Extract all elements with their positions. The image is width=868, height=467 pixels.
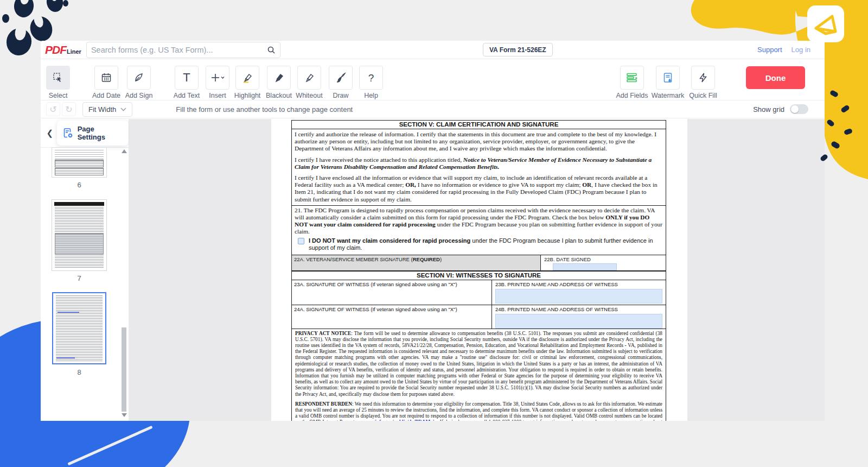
fdc-opt-out-checkbox[interactable] <box>298 238 304 244</box>
sidebar-header: ❮ Page Settings <box>41 119 129 148</box>
witness2-name-field[interactable] <box>495 314 662 329</box>
undo-button[interactable]: ↺ <box>46 102 60 116</box>
page-number-label: 8 <box>52 368 106 376</box>
pdfliner-logo[interactable]: PDFLiner <box>45 43 81 56</box>
lightning-icon <box>698 72 709 83</box>
pdf-page-8: SECTION V: CLAIM CERTIFICATION AND SIGNA… <box>271 119 687 421</box>
sidebar-scrollbar[interactable] <box>121 149 127 418</box>
toolbar: Select Add Date Add Sign T Add <box>41 59 825 100</box>
quick-fill-button[interactable]: Quick Fill <box>690 66 716 99</box>
watermark-button[interactable]: Watermark <box>655 66 681 99</box>
signature-pen-icon <box>133 72 144 83</box>
support-link[interactable]: Support <box>757 46 782 54</box>
certification-paragraph-2: I certify I have received the notice att… <box>292 155 666 173</box>
document-canvas: SECTION V: CLAIM CERTIFICATION AND SIGNA… <box>129 119 825 421</box>
add-sign-button[interactable]: Add Sign <box>126 66 152 99</box>
pdfliner-app-icon <box>807 5 844 42</box>
add-text-button[interactable]: T Add Text <box>174 66 200 99</box>
logo-liner-text: Liner <box>67 48 81 55</box>
certification-paragraph-3: I certify I have enclosed all the inform… <box>292 173 666 205</box>
paintbrush-icon <box>335 72 346 83</box>
decor-navy-blob <box>46 0 65 13</box>
search-icon[interactable] <box>267 46 276 54</box>
row-23: 23A. SIGNATURE OF WITNESS (If veteran si… <box>292 280 666 305</box>
blackout-brush-icon <box>273 72 284 83</box>
zoom-mode-dropdown[interactable]: Fit Width <box>82 102 132 117</box>
insert-plus-icon <box>210 72 225 83</box>
pdfliner-app-window: PDFLiner VA Form 21-526EZ Support Log in <box>41 41 825 421</box>
page-settings-button[interactable]: Page Settings <box>57 121 129 146</box>
date-signed-label: 22B. DATE SIGNED <box>544 256 662 262</box>
witness1-name-label: 23B. PRINTED NAME AND ADDRESS OF WITNESS <box>495 281 662 287</box>
show-grid-label: Show grid <box>753 105 784 113</box>
redo-icon: ↻ <box>65 104 72 115</box>
calendar-icon <box>101 72 112 83</box>
redo-button[interactable]: ↻ <box>62 102 76 116</box>
collapse-sidebar-button[interactable]: ❮ <box>44 125 56 141</box>
app-header: PDFLiner VA Form 21-526EZ Support Log in <box>41 41 825 59</box>
fdc-opt-out-label: I DO NOT want my claim considered for ra… <box>309 237 663 252</box>
question-icon: ? <box>368 73 374 83</box>
decor-navy-dot <box>63 0 68 7</box>
add-date-button[interactable]: Add Date <box>93 66 119 99</box>
pramain-link[interactable]: www.reginfo.gov/public/do/PRAMain <box>356 419 437 421</box>
page-hint-text: Fill the form or use another tools to ch… <box>176 105 353 113</box>
pages-sidebar: ❮ Page Settings <box>41 119 129 421</box>
add-fields-button[interactable]: Add Fields <box>619 66 645 99</box>
add-fields-icon <box>626 72 638 83</box>
witness2-name-cell: 24B. PRINTED NAME AND ADDRESS OF WITNESS <box>492 305 666 329</box>
page-thumbnail-7[interactable] <box>52 200 106 270</box>
section5-header: SECTION V: CLAIM CERTIFICATION AND SIGNA… <box>292 121 666 129</box>
blackout-button[interactable]: Blackout <box>266 66 292 99</box>
decor-navy-blob <box>13 0 35 18</box>
help-button[interactable]: ? Help <box>358 66 384 99</box>
sub-toolbar: ↺ ↻ Fit Width Fill the form or use anoth… <box>41 100 825 118</box>
section6-header: SECTION VI: WITNESSES TO SIGNATURE <box>292 272 666 280</box>
page-number-label: 7 <box>52 274 106 282</box>
insert-button[interactable]: Insert <box>205 66 231 99</box>
whiteout-brush-icon <box>304 72 315 83</box>
row-24: 24A. SIGNATURE OF WITNESS (If veteran si… <box>292 305 666 329</box>
select-tool-button[interactable]: Select <box>45 66 71 99</box>
zoom-mode-value: Fit Width <box>88 105 116 113</box>
respondent-burden: RESPONDENT BURDEN: We need this informat… <box>292 400 666 421</box>
page-thumbnail-6[interactable] <box>52 148 106 177</box>
chevron-down-icon <box>120 108 126 111</box>
decor-navy-blob <box>4 27 33 58</box>
show-grid-toggle[interactable] <box>790 104 808 114</box>
undo-icon: ↺ <box>49 104 56 115</box>
item-21-block: 21. The FDC Program is designed to rapid… <box>292 205 666 255</box>
decor-navy-dot <box>2 14 9 23</box>
witness2-name-label: 24B. PRINTED NAME AND ADDRESS OF WITNESS <box>495 306 662 312</box>
date-signed-field[interactable] <box>553 263 617 270</box>
logo-pdf-text: PDF <box>45 43 66 56</box>
draw-button[interactable]: Draw <box>328 66 354 99</box>
select-icon <box>53 72 63 83</box>
highlight-brush-icon <box>242 72 253 83</box>
row-22: 22A. VETERAN/SERVICE MEMBER SIGNATURE (R… <box>292 255 666 272</box>
scroll-up-arrow[interactable] <box>122 149 127 153</box>
page-settings-icon <box>62 128 74 139</box>
page-number-label: 6 <box>52 181 106 189</box>
veteran-signature-cell: 22A. VETERAN/SERVICE MEMBER SIGNATURE (R… <box>292 255 541 270</box>
witness1-name-field[interactable] <box>495 289 662 304</box>
page-thumbnail-8-selected[interactable] <box>52 292 106 364</box>
highlight-button[interactable]: Highlight <box>234 66 260 99</box>
search-input[interactable] <box>91 46 267 54</box>
whiteout-button[interactable]: Whiteout <box>296 66 322 99</box>
login-link[interactable]: Log in <box>792 46 810 54</box>
form-title-badge: VA Form 21-526EZ <box>483 43 553 56</box>
witness1-signature-cell: 23A. SIGNATURE OF WITNESS (If veteran si… <box>292 280 492 305</box>
witness2-signature-cell: 24A. SIGNATURE OF WITNESS (If veteran si… <box>292 305 492 329</box>
scroll-down-arrow[interactable] <box>122 413 127 417</box>
certification-paragraph-1: I certify and authorize the release of i… <box>292 129 666 155</box>
date-signed-cell: 22B. DATE SIGNED <box>541 255 666 270</box>
witness1-name-cell: 23B. PRINTED NAME AND ADDRESS OF WITNESS <box>492 280 666 305</box>
privacy-act-notice: PRIVACY ACT NOTICE: The form will be use… <box>292 329 666 400</box>
scrollbar-thumb[interactable] <box>122 327 126 412</box>
search-box[interactable] <box>86 42 280 58</box>
thumbnail-list: 6 7 8 <box>41 148 129 376</box>
text-icon: T <box>183 72 190 84</box>
watermark-icon <box>662 72 673 83</box>
done-button[interactable]: Done <box>746 66 805 89</box>
